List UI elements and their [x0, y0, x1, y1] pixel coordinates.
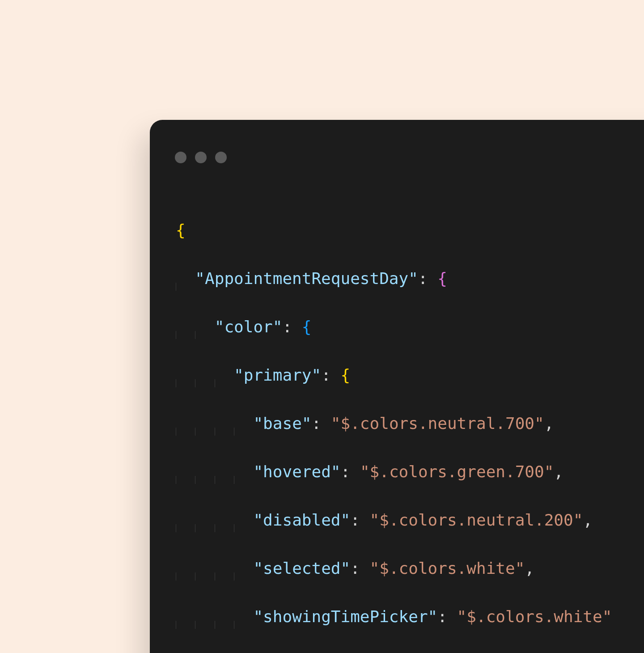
editor-window: { "AppointmentRequestDay": { "color": { … — [150, 120, 644, 653]
traffic-light-close[interactable] — [175, 152, 186, 163]
traffic-light-zoom[interactable] — [215, 152, 227, 163]
code-editor-content: { "AppointmentRequestDay": { "color": { … — [150, 169, 644, 653]
traffic-light-minimize[interactable] — [195, 152, 207, 163]
window-titlebar — [150, 120, 644, 169]
